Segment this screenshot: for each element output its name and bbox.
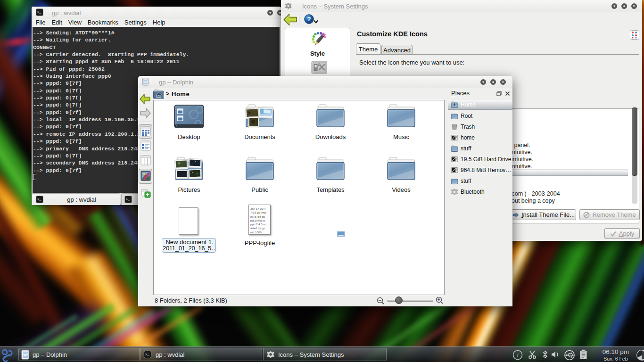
- svg-text:i: i: [517, 352, 519, 359]
- svg-text:?: ?: [307, 16, 311, 23]
